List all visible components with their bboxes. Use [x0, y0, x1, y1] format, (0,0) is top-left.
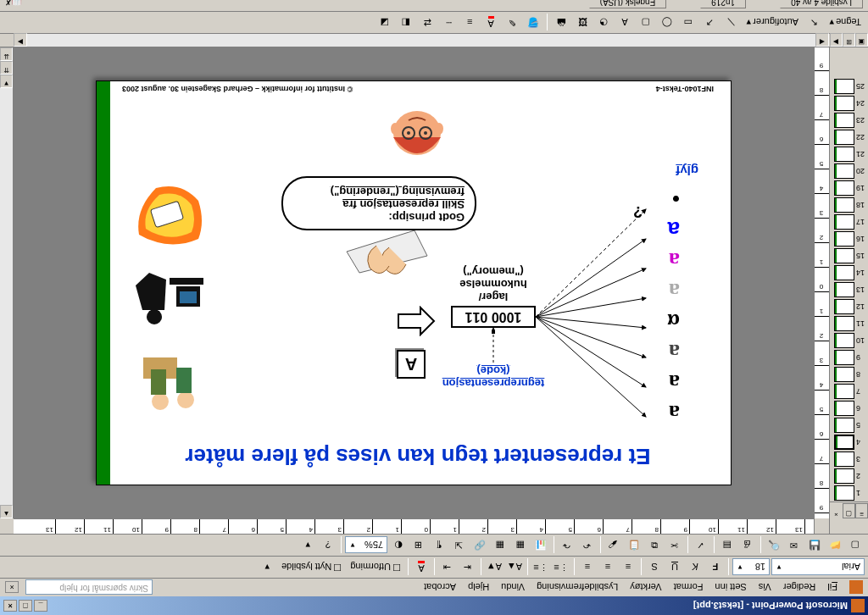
- slide-thumbnail[interactable]: 4: [830, 434, 868, 451]
- slide-thumbnail[interactable]: 22: [830, 129, 868, 146]
- undo-button[interactable]: ↶: [578, 536, 597, 555]
- shadow-button[interactable]: S: [645, 558, 664, 577]
- dash-style-button[interactable]: ┄: [439, 14, 458, 32]
- insert-table-button[interactable]: ▦: [511, 536, 530, 555]
- fill-color-button[interactable]: 🪣: [524, 14, 542, 32]
- bold-button[interactable]: F: [706, 558, 725, 577]
- maximize-button[interactable]: □: [19, 600, 32, 612]
- open-button[interactable]: 📂: [826, 536, 844, 555]
- slide-thumbnail[interactable]: 16: [830, 230, 868, 247]
- font-color-button-2[interactable]: A: [481, 14, 500, 32]
- menu-edit[interactable]: Rediger: [778, 581, 821, 595]
- redo-button[interactable]: ↷: [558, 536, 576, 555]
- panel-close-button[interactable]: ×: [830, 503, 843, 518]
- slide-thumbnail[interactable]: 3: [830, 451, 868, 468]
- arrow-button[interactable]: ↗: [700, 14, 719, 32]
- line-color-button[interactable]: ✎: [503, 14, 521, 32]
- slide-thumbnail[interactable]: 23: [830, 112, 868, 129]
- expand-all-button[interactable]: ⇲: [450, 536, 469, 555]
- align-right-button[interactable]: ≡: [578, 558, 597, 577]
- new-button[interactable]: ▢: [846, 536, 865, 555]
- next-slide-button[interactable]: ⇊: [0, 47, 13, 61]
- slide-thumbnail[interactable]: 17: [830, 213, 868, 230]
- slide-thumbnail[interactable]: 18: [830, 197, 868, 213]
- decrease-indent-button[interactable]: ⇤: [459, 558, 477, 577]
- outline-tab[interactable]: ≡: [855, 503, 868, 518]
- slide-thumbnail[interactable]: 15: [830, 247, 868, 264]
- copy-button[interactable]: ⧉: [645, 536, 664, 555]
- 3d-style-button[interactable]: ◪: [376, 14, 394, 32]
- menu-file[interactable]: Fil: [822, 581, 843, 595]
- slide-thumbnail[interactable]: 21: [830, 146, 868, 163]
- slide-thumbnail[interactable]: 11: [830, 315, 868, 332]
- autoshapes-button[interactable]: Autofigurer ▾: [743, 15, 802, 30]
- scroll-up-button[interactable]: ▲: [0, 505, 13, 518]
- print-preview-button[interactable]: ▤: [718, 536, 737, 555]
- diagram-button[interactable]: ◔: [594, 14, 613, 32]
- cut-button[interactable]: ✂: [665, 536, 684, 555]
- menu-acrobat[interactable]: Acrobat: [419, 581, 461, 595]
- align-left-button[interactable]: ≡: [619, 558, 637, 577]
- design-button[interactable]: ☐ Utforming: [347, 560, 404, 574]
- textbox-button[interactable]: ▢: [637, 14, 655, 32]
- h-scroll-track[interactable]: [27, 34, 815, 47]
- spelling-button[interactable]: ✓: [692, 536, 710, 555]
- menu-help[interactable]: Hjelp: [463, 581, 494, 595]
- menu-window[interactable]: Vindu: [496, 581, 530, 595]
- scroll-left-button[interactable]: ◀: [815, 33, 829, 47]
- underline-button[interactable]: U: [665, 558, 684, 577]
- menu-slideshow[interactable]: Lysbildefremvisning: [531, 581, 623, 595]
- menu-tools[interactable]: Verktøy: [625, 581, 666, 595]
- slide-thumbnail[interactable]: 8: [830, 366, 868, 383]
- slide-thumbnail[interactable]: 20: [830, 163, 868, 180]
- tables-borders-button[interactable]: ▦: [491, 536, 509, 555]
- print-button[interactable]: 🖨: [738, 536, 757, 555]
- slideshow-view-button[interactable]: ▶: [830, 33, 843, 47]
- slide-thumbnail[interactable]: 1: [830, 485, 868, 501]
- color-grayscale-button[interactable]: ◐: [389, 536, 408, 555]
- slide-thumbnail[interactable]: 6: [830, 400, 868, 417]
- slide-thumbnail[interactable]: 25: [830, 78, 868, 95]
- paste-button[interactable]: 📋: [625, 536, 643, 555]
- new-slide-button[interactable]: ☐ Nytt lysbilde: [278, 560, 345, 574]
- draw-menu-button[interactable]: Tegne ▾: [826, 15, 865, 30]
- wordart-button[interactable]: A: [615, 14, 634, 32]
- select-objects-button[interactable]: ↖: [804, 14, 823, 32]
- font-size-selector[interactable]: 18▼: [732, 559, 770, 576]
- close-button[interactable]: ×: [3, 600, 17, 612]
- slide-thumbnail[interactable]: 9: [830, 349, 868, 366]
- slide-thumbnail[interactable]: 19: [830, 180, 868, 197]
- show-formatting-button[interactable]: ¶: [430, 536, 448, 555]
- picture-button[interactable]: 🏔: [552, 14, 570, 32]
- slide-thumbnail[interactable]: 10: [830, 332, 868, 349]
- slide-thumbnail[interactable]: 12: [830, 298, 868, 315]
- shadow-style-button[interactable]: ◧: [397, 14, 415, 32]
- slide-thumbnail[interactable]: 13: [830, 281, 868, 298]
- menu-view[interactable]: Vis: [754, 581, 776, 595]
- toolbar-options-button[interactable]: ▾: [258, 558, 276, 577]
- slide-thumbnail[interactable]: 24: [830, 95, 868, 112]
- toolbar-options-button-2[interactable]: ▾: [298, 536, 317, 555]
- numbering-button[interactable]: ⋮≡: [552, 558, 570, 577]
- doc-close-button[interactable]: ×: [5, 582, 19, 594]
- scroll-track[interactable]: [0, 88, 13, 505]
- font-selector[interactable]: Arial▼: [771, 559, 865, 576]
- prev-slide-button[interactable]: ⇈: [0, 61, 13, 75]
- line-button[interactable]: ＼: [721, 14, 740, 32]
- slide-thumbnail[interactable]: 2: [830, 468, 868, 485]
- align-center-button[interactable]: ≡: [598, 558, 617, 577]
- line-style-button[interactable]: ≡: [460, 14, 479, 32]
- insert-hyperlink-button[interactable]: 🔗: [470, 536, 489, 555]
- slides-tab[interactable]: ▢: [843, 503, 855, 518]
- email-button[interactable]: ✉: [785, 536, 804, 555]
- clipart-button[interactable]: 🖼: [573, 14, 592, 32]
- oval-button[interactable]: ◯: [658, 14, 676, 32]
- bullets-button[interactable]: ⋮≡: [531, 558, 550, 577]
- status-spellcheck-icon[interactable]: 📖✗: [5, 0, 22, 7]
- increase-font-button[interactable]: A▲: [505, 558, 524, 577]
- show-grid-button[interactable]: ⊞: [409, 536, 428, 555]
- zoom-selector[interactable]: 75%▼: [345, 537, 387, 554]
- scroll-down-button[interactable]: ▼: [0, 75, 13, 88]
- save-button[interactable]: 💾: [805, 536, 824, 555]
- insert-chart-button[interactable]: 📊: [531, 536, 550, 555]
